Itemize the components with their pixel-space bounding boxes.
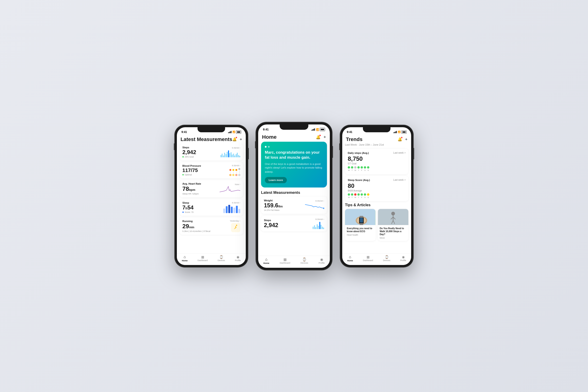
steps-time: 9:39AM ›	[232, 147, 240, 149]
phone-3: 9:41 📶 Trends	[340, 125, 414, 267]
steps-trend-days: M T W T F S S	[348, 169, 406, 171]
signal-icon	[228, 131, 232, 133]
wifi-icon: 📶	[232, 131, 235, 133]
article-1-card[interactable]: Everything you need to know about ECG He…	[345, 209, 376, 241]
learn-more-button[interactable]: Learn more	[265, 177, 287, 183]
tips-row: Everything you need to know about ECG He…	[345, 209, 408, 241]
add-button-1[interactable]: +	[240, 137, 242, 142]
notch-2	[280, 124, 308, 130]
promo-dots	[265, 146, 323, 148]
phone-2: 9:41 📶 Home	[256, 122, 332, 270]
steps-trend-card[interactable]: Daily steps (Avg.) Last week > 8,750 5/7…	[345, 149, 408, 174]
nav-devices-label-1: Devices	[218, 259, 225, 262]
trends-subtitle: Last Week · June 15th – June 21st	[345, 144, 408, 146]
nav-home-2[interactable]: ⌂ Home	[264, 257, 270, 264]
article-2-image	[378, 209, 408, 225]
promo-desc: One of the keys to a good metabolism is …	[265, 162, 323, 174]
phone-1: 9:41 📶 Latest Measurements	[174, 125, 248, 267]
bell-button-3[interactable]: 🔔	[398, 137, 402, 142]
status-icons-3: 📶	[394, 130, 406, 134]
sleep-trend-title: Sleep Score (Avg.)	[348, 179, 370, 182]
nav-profile-1[interactable]: ◉ Profile	[235, 255, 241, 262]
nav-dashboard-label-1: Dashboard	[198, 259, 208, 262]
nav-home-label-1: Home	[182, 260, 188, 262]
bottom-nav-3: ⌂ Home ▦ Dashboard ⌚ Devices ◉ Profile	[342, 253, 411, 265]
scroll-area-1[interactable]: Steps 2,942 29% Goal	[177, 144, 246, 253]
steps-trend-title: Daily steps (Avg.)	[348, 152, 369, 154]
nav-dashboard-2[interactable]: ▦ Dashboard	[280, 258, 290, 264]
sleep-trend-days: M T W T F S S	[348, 196, 406, 198]
svg-rect-8	[360, 223, 363, 225]
add-button-2[interactable]: +	[324, 135, 326, 139]
svg-rect-6	[360, 218, 363, 222]
sleep-trend-value: 80	[348, 182, 406, 190]
promo-title: Marc, congratulations on your fat loss a…	[265, 150, 323, 160]
screen-title-1: Latest Measurements	[180, 136, 232, 142]
scroll-area-3[interactable]: Last Week · June 15th – June 21st Daily …	[342, 144, 411, 253]
nav-devices-1[interactable]: ⌚ Devices	[218, 255, 225, 262]
screen-title-2: Home	[262, 134, 277, 140]
status-icons-1: 📶	[228, 130, 241, 134]
steps-value: 2,942	[182, 149, 196, 155]
steps-value-2: 2,942	[264, 222, 278, 228]
weight-time: 9:39AM ›	[315, 200, 324, 202]
svg-point-1	[324, 208, 324, 209]
status-icons-2: 📶	[312, 128, 325, 131]
svg-rect-7	[360, 216, 363, 218]
steps-status: 29% Goal	[185, 156, 194, 158]
sleep-trend-card[interactable]: Sleep Score (Avg.) Last week > 80 8h09 A…	[345, 176, 408, 201]
hr-time: Now ›	[235, 183, 240, 186]
steps-chart	[220, 149, 240, 157]
steps-time-2: 9:39AM ›	[315, 218, 324, 220]
nav-home-3[interactable]: ⌂ Home	[347, 255, 353, 262]
nav-dashboard-3[interactable]: ▦ Dashboard	[363, 255, 373, 262]
notch-1	[198, 127, 225, 132]
svg-point-0	[236, 225, 237, 226]
bp-card[interactable]: Blood Pressure 117/75 Optimal 9:39AM ›	[180, 162, 243, 178]
running-time: Yesterday ›	[230, 220, 240, 222]
nav-dashboard-1[interactable]: ▦ Dashboard	[198, 255, 208, 262]
screen-title-3: Trends	[346, 136, 362, 142]
hr-status: Sleep HR: 52bpm	[182, 193, 199, 195]
hr-value: 78bpm	[182, 186, 201, 192]
steps-card[interactable]: Steps 2,942 29% Goal	[180, 144, 243, 160]
nav-home-1[interactable]: ⌂ Home	[182, 255, 188, 262]
steps-trend-sub: 5/7 Goal	[348, 162, 406, 165]
steps-title-2: Steps	[264, 219, 271, 222]
sleep-title: Sleep	[182, 202, 189, 204]
sleep-trend-link[interactable]: Last week >	[393, 179, 406, 182]
add-button-3[interactable]: +	[405, 137, 408, 142]
battery-icon	[236, 130, 241, 134]
nav-devices-3[interactable]: ⌚ Devices	[383, 255, 390, 262]
scroll-area-2[interactable]: Marc, congratulations on your fat loss a…	[258, 142, 330, 255]
sleep-trend-sub: 8h09 Average	[348, 190, 406, 192]
status-time-2: 9:41	[263, 128, 269, 131]
sleep-card[interactable]: Sleep 7h54 Score: 70 9:39AM ›	[180, 199, 243, 216]
bell-button-1[interactable]: 🔔	[232, 137, 237, 142]
article-2-card[interactable]: Do You Really Need to Walk 10,000 Steps …	[378, 209, 408, 241]
article-1-title: Everything you need to know about ECG	[347, 227, 374, 233]
bp-chart	[230, 168, 240, 176]
status-time-1: 9:41	[182, 130, 187, 134]
sleep-chart	[223, 205, 240, 213]
hr-card[interactable]: Avg. Heart Rate 78bpm Sleep HR: 52bpm No…	[180, 180, 243, 197]
nav-profile-3[interactable]: ◉ Profile	[400, 255, 406, 262]
weight-card[interactable]: Weight 159.6lbs 14.2% Fat Mass 9:39AM ›	[261, 196, 327, 214]
bell-button-2[interactable]: 🔔	[316, 135, 321, 140]
nav-devices-2[interactable]: ⌚ Devices	[301, 258, 308, 264]
sleep-trend-dots	[348, 193, 406, 196]
sleep-value: 7h54	[182, 204, 194, 210]
status-time-3: 9:41	[347, 130, 352, 134]
weight-value: 159.6lbs	[264, 202, 283, 208]
hr-title: Avg. Heart Rate	[182, 182, 201, 185]
steps-trend-link[interactable]: Last week >	[393, 152, 406, 154]
running-card[interactable]: Running 29min 5.2km | 10:41min/km | 373k…	[180, 218, 243, 235]
steps-card-2[interactable]: Steps 2,942 9:39AM ›	[261, 216, 327, 232]
steps-trend-dots	[348, 166, 406, 168]
tips-title: Tips & Articles	[345, 203, 408, 207]
nav-profile-2[interactable]: ◉ Profile	[318, 258, 325, 264]
bp-time: 9:39AM ›	[232, 164, 240, 167]
article-1-image	[345, 209, 376, 225]
running-status: 5.2km | 10:41min/km | 373kcal	[182, 230, 210, 232]
svg-point-11	[392, 212, 395, 216]
